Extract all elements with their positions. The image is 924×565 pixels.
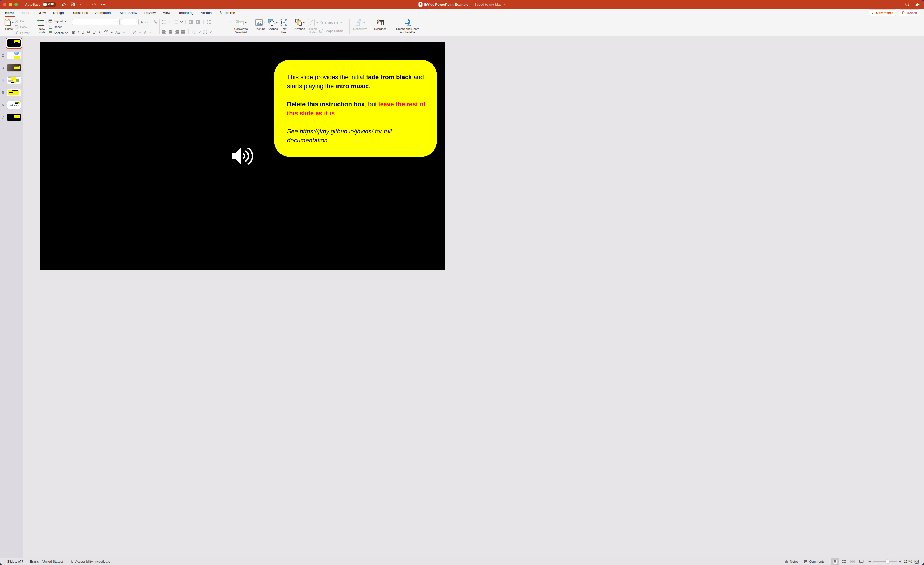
italic-button[interactable]: I <box>78 30 79 34</box>
tab-design[interactable]: Design <box>53 9 64 16</box>
slide-thumbnail-row: 7 <box>0 112 22 123</box>
new-slide-label: New Slide <box>39 27 45 34</box>
traffic-lights <box>3 3 18 6</box>
slide-thumbnail-2[interactable] <box>6 50 22 61</box>
minimize-icon[interactable] <box>9 3 12 6</box>
audio-speaker-icon[interactable] <box>231 147 255 165</box>
shapes-label: Shapes <box>268 27 278 31</box>
shrink-font-icon[interactable]: Av <box>146 20 149 24</box>
redo-icon[interactable] <box>92 2 96 7</box>
align-text-vertical-chevron-icon <box>210 30 212 32</box>
sensitivity-button[interactable]: Sensitivity <box>352 18 368 31</box>
slide-editing-area[interactable]: This slide provides the initial fade fro… <box>40 42 446 270</box>
tab-tell-me[interactable]: Tell me <box>220 9 236 16</box>
tab-slide-show[interactable]: Slide Show <box>119 9 137 16</box>
increase-indent-icon[interactable] <box>196 20 200 24</box>
slide-thumbnail-5[interactable] <box>6 87 22 98</box>
font-name-select[interactable] <box>72 19 120 25</box>
autosave-toggle[interactable]: OFF <box>42 2 56 7</box>
tab-draw[interactable]: Draw <box>38 9 46 16</box>
justify-icon[interactable] <box>181 30 185 33</box>
new-slide-button[interactable]: New Slide <box>36 18 48 34</box>
shape-fill-icon <box>319 21 323 24</box>
columns-icon[interactable] <box>222 20 226 24</box>
align-left-icon[interactable] <box>162 30 166 33</box>
slide-thumbnail-6[interactable]: jack henry <box>6 99 22 110</box>
quick-styles-label: Quick Styles <box>309 27 317 34</box>
shape-outline-button[interactable]: Shape Outline <box>319 29 347 33</box>
tab-acrobat[interactable]: Acrobat <box>201 9 213 16</box>
tab-transitions[interactable]: Transitions <box>71 9 88 16</box>
tab-view[interactable]: View <box>163 9 171 16</box>
tab-recording[interactable]: Recording <box>177 9 194 16</box>
tab-review[interactable]: Review <box>144 9 156 16</box>
tab-home[interactable]: Home <box>4 9 15 16</box>
slide-thumbnail-7[interactable] <box>6 112 22 123</box>
font-size-select[interactable] <box>121 19 139 25</box>
fullscreen-icon[interactable] <box>14 3 18 6</box>
picture-label: Picture <box>256 27 265 31</box>
bullets-chevron-icon <box>169 20 171 23</box>
paste-button[interactable]: Paste <box>3 18 15 31</box>
numbering-icon[interactable]: 123 <box>173 20 178 24</box>
copy-button[interactable]: Copy <box>15 24 31 29</box>
ribbon: Paste Cut Copy Format <box>0 17 462 36</box>
bullets-icon[interactable] <box>162 20 166 24</box>
slide-number: 1 <box>0 41 6 45</box>
undo-icon[interactable] <box>80 2 87 7</box>
line-spacing-icon[interactable] <box>207 20 212 24</box>
strikethrough-button[interactable]: ab <box>87 30 90 34</box>
quick-styles-button[interactable]: Quick Styles <box>306 18 319 34</box>
underline-button[interactable]: U <box>81 30 84 34</box>
slide-thumbnail-4[interactable] <box>6 75 22 86</box>
arrange-button[interactable]: Arrange <box>293 18 306 31</box>
convert-smartart-button[interactable]: Convert to SmartArt <box>233 18 249 34</box>
slide-thumbnail-1[interactable] <box>6 38 22 48</box>
section-button[interactable]: Section <box>48 30 67 35</box>
align-center-icon[interactable] <box>168 30 172 33</box>
superscript-button[interactable]: x2 <box>93 30 96 34</box>
save-icon[interactable] <box>70 2 75 6</box>
decrease-indent-icon[interactable] <box>189 20 194 24</box>
shape-fill-button[interactable]: Shape Fill <box>319 20 347 25</box>
callout-paragraph-3: See https://jkhy.github.io/jhvids/ for f… <box>287 127 431 145</box>
text-box-icon: A <box>280 19 287 26</box>
tab-animations[interactable]: Animations <box>95 9 112 16</box>
align-text-vertical-icon[interactable] <box>202 30 207 34</box>
columns-chevron-icon <box>229 20 231 23</box>
character-spacing-button[interactable]: AV↔ <box>104 30 108 35</box>
home-icon[interactable] <box>62 2 66 7</box>
grow-font-icon[interactable]: A^ <box>140 20 144 24</box>
shapes-button[interactable]: Shapes <box>267 18 279 31</box>
font-color-button[interactable]: A <box>144 30 146 35</box>
text-direction-icon[interactable]: A <box>192 30 196 34</box>
slide-thumbnail-3[interactable] <box>6 62 22 73</box>
clear-formatting-icon[interactable]: A◊ <box>154 20 157 24</box>
slide-thumbnail-row: 2 <box>0 50 22 61</box>
text-box-button[interactable]: A Text Box <box>279 18 288 34</box>
instruction-callout[interactable]: This slide provides the initial fade fro… <box>274 60 437 157</box>
cut-button[interactable]: Cut <box>15 19 31 24</box>
adobe-pdf-icon <box>404 19 411 26</box>
format-button[interactable]: Format <box>15 30 31 35</box>
text-direction-chevron-icon <box>198 30 201 32</box>
close-icon[interactable] <box>3 3 6 6</box>
highlight-pen-icon[interactable] <box>132 30 136 34</box>
adobe-pdf-button[interactable]: Create and Share Adobe PDF <box>392 18 423 34</box>
callout-paragraph-2: Delete this instruction box, but leave t… <box>287 99 431 118</box>
more-icon[interactable]: ••• <box>101 2 106 7</box>
tab-insert[interactable]: Insert <box>22 9 31 16</box>
change-case-chevron-icon <box>123 31 125 33</box>
change-case-button[interactable]: Aa <box>116 30 120 34</box>
subscript-button[interactable]: x2 <box>99 30 101 34</box>
designer-button[interactable]: Designer <box>373 18 387 31</box>
align-right-icon[interactable] <box>175 30 179 33</box>
reset-button[interactable]: Reset <box>48 24 67 29</box>
document-title[interactable]: P jhVids PowerPoint Example — Saved to m… <box>418 0 462 9</box>
cut-label: Cut <box>20 20 25 23</box>
bold-button[interactable]: B <box>72 30 75 34</box>
picture-button[interactable]: Picture <box>254 18 267 31</box>
copy-label: Copy <box>20 25 27 29</box>
reset-icon <box>48 25 52 29</box>
layout-button[interactable]: Layout <box>48 19 67 24</box>
